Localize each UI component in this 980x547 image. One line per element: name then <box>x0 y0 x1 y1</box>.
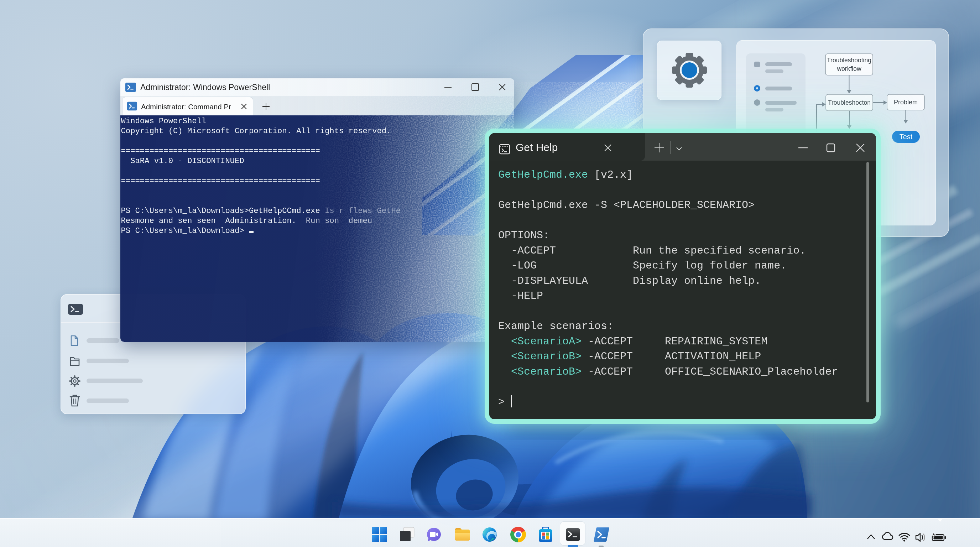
svg-text:Troubleshocton: Troubleshocton <box>828 99 871 106</box>
svg-text:Troubleshooting: Troubleshooting <box>827 57 872 64</box>
svg-text:workflow: workflow <box>837 65 861 72</box>
svg-text:Problem: Problem <box>894 99 918 106</box>
svg-text:Test: Test <box>899 133 913 141</box>
